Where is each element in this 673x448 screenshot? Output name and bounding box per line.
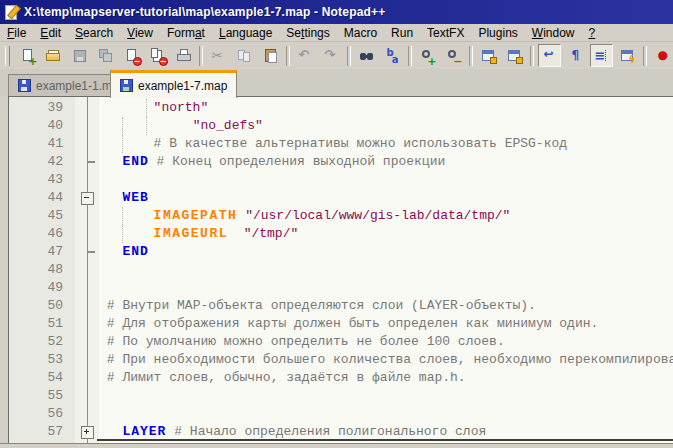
sync-scroll-horizontal-button[interactable] [503,44,526,67]
code-line-50[interactable]: 50 # Внутри MAP-объекта определяются сло… [9,297,673,315]
menu-item-textfx[interactable]: TextFX [420,25,471,41]
line-number: 47 [9,243,63,261]
line-number: 54 [9,369,63,387]
code-line-55[interactable]: 55 [9,387,673,405]
line-number: 52 [9,333,63,351]
fold-collapse-box[interactable] [81,192,94,205]
code-line-39[interactable]: 39 "north" [9,99,673,117]
user-define-dialog-button[interactable] [616,44,639,67]
menu-item-file[interactable]: File [0,25,33,41]
line-number: 57 [9,423,63,441]
menu-item-view[interactable]: View [120,25,160,41]
notepad-plus-plus-window: X:\temp\mapserver-tutorial\map\example1-… [0,0,673,448]
title-bar[interactable]: X:\temp\mapserver-tutorial\map\example1-… [0,0,673,24]
toolbar-separator [347,46,351,66]
copy-icon [237,48,253,64]
menu-item-plugins[interactable]: Plugins [471,25,524,41]
replace-button[interactable] [381,44,404,67]
code-line-41[interactable]: 41 # В качестве альтернативы можно испол… [9,135,673,153]
code-line-42[interactable]: 42 END # Конец определения выходной прое… [9,153,673,171]
zoom-out-icon [446,48,462,64]
menu-item-help[interactable]: ? [582,25,603,41]
code-line-56[interactable]: 56 [9,405,673,423]
zoom-in-button[interactable] [416,44,439,67]
print-button[interactable] [172,44,195,67]
notepad-plus-plus-icon [4,5,19,20]
code-line-46[interactable]: 46 IMAGEURL "/tmp/" [9,225,673,243]
line-number: 45 [9,207,63,225]
line-number: 48 [9,261,63,279]
code-line-44[interactable]: 44 WEB [9,189,673,207]
menu-item-window[interactable]: Window [525,25,582,41]
saved-file-icon [120,79,133,92]
show-indent-guide-button[interactable] [590,44,613,67]
close-file-button[interactable] [120,44,143,67]
replace-icon [385,48,401,64]
toolbar-separator [530,46,534,66]
new-file-button[interactable] [16,44,39,67]
line-number: 46 [9,225,63,243]
menu-item-search[interactable]: Search [68,25,120,41]
close-all-button[interactable] [146,44,169,67]
fold-end-tick [87,161,95,163]
show-all-characters-button[interactable] [564,44,587,67]
line-number: 49 [9,279,63,297]
cut-icon [211,48,227,64]
code-line-45[interactable]: 45 IMAGEPATH "/usr/local/www/gis-lab/dat… [9,207,673,225]
print-icon [176,48,192,64]
menu-item-language[interactable]: Language [212,25,279,41]
menu-item-format[interactable]: Format [160,25,212,41]
menu-bar: FileEditSearchViewFormatLanguageSettings… [0,24,673,42]
code-line-53[interactable]: 53 # При необходимости большего количест… [9,351,673,369]
line-number: 41 [9,135,63,153]
macro-record-icon [655,48,671,64]
paste-button[interactable] [259,44,282,67]
macro-record-button[interactable] [651,44,673,67]
zoom-out-button[interactable] [442,44,465,67]
code-line-40[interactable]: 40 "no_defs" [9,117,673,135]
code-line-49[interactable]: 49 [9,279,673,297]
code-text: # Для отображения карты должен быть опре… [99,315,598,333]
code-text: # Лимит слоев, обычно, задаётся в файле … [99,369,466,387]
toolbar-separator [408,46,412,66]
toolbar-separator [286,46,290,66]
menu-item-edit[interactable]: Edit [33,25,68,41]
code-line-43[interactable]: 43 [9,171,673,189]
redo-icon [324,48,340,64]
menu-item-settings[interactable]: Settings [279,25,336,41]
open-file-icon [46,48,62,64]
toolbar-separator [469,46,473,66]
toolbar-grip[interactable] [5,46,10,66]
copy-button[interactable] [233,44,256,67]
code-line-48[interactable]: 48 [9,261,673,279]
line-number: 39 [9,99,63,117]
save-all-icon [98,48,114,64]
sync-scroll-vertical-icon [481,48,497,64]
code-text: END [99,243,149,261]
redo-button[interactable] [320,44,343,67]
user-define-dialog-icon [620,48,636,64]
code-editor[interactable]: 39 "north"40 "no_defs"41 # В качестве ал… [8,96,673,444]
cut-button[interactable] [207,44,230,67]
find-button[interactable] [355,44,378,67]
save-button[interactable] [68,44,91,67]
tab-example1-7-map[interactable]: example1-7.map [110,70,237,98]
open-file-button[interactable] [42,44,65,67]
code-line-51[interactable]: 51 # Для отображения карты должен быть о… [9,315,673,333]
code-line-54[interactable]: 54 # Лимит слоев, обычно, задаётся в фай… [9,369,673,387]
code-text: # В качестве альтернативы можно использо… [99,135,567,153]
menu-item-macro[interactable]: Macro [337,25,384,41]
code-line-52[interactable]: 52 # По умолчанию можно определить не бо… [9,333,673,351]
code-text: IMAGEURL "/tmp/" [99,225,298,243]
undo-icon [298,48,314,64]
menu-item-run[interactable]: Run [384,25,420,41]
undo-button[interactable] [294,44,317,67]
fold-expand-box[interactable] [81,426,94,439]
sync-scroll-vertical-button[interactable] [477,44,500,67]
word-wrap-button[interactable] [538,44,561,67]
line-number: 55 [9,387,63,405]
code-line-47[interactable]: 47 END [9,243,673,261]
code-text: END # Конец определения выходной проекци… [99,153,445,171]
save-all-button[interactable] [94,44,117,67]
saved-file-icon [18,79,31,92]
